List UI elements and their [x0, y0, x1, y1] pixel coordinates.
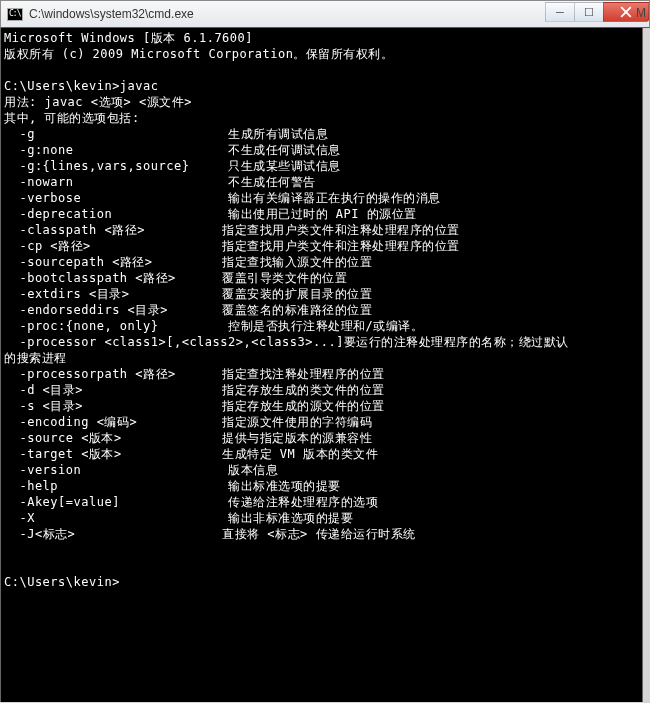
window-titlebar[interactable]: C:\ C:\windows\system32\cmd.exe ─ ☐: [0, 0, 650, 28]
maximize-button[interactable]: ☐: [574, 2, 604, 22]
background-window-letter: M: [636, 6, 646, 20]
maximize-icon: ☐: [584, 6, 594, 19]
window-controls: ─ ☐: [546, 2, 649, 22]
terminal-output[interactable]: Microsoft Windows [版本 6.1.7600] 版权所有 (c)…: [0, 28, 643, 702]
window-title: C:\windows\system32\cmd.exe: [29, 7, 194, 21]
close-icon: [620, 6, 632, 18]
cmd-icon: C:\: [7, 8, 23, 21]
minimize-icon: ─: [556, 6, 564, 18]
minimize-button[interactable]: ─: [545, 2, 575, 22]
